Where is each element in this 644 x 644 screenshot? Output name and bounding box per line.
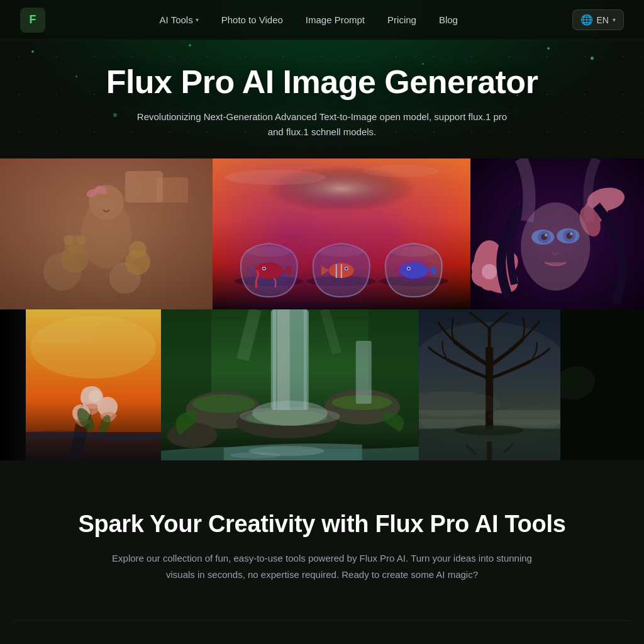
svg-point-36 — [392, 247, 436, 257]
chevron-down-icon: ▾ — [196, 16, 199, 23]
svg-rect-100 — [419, 309, 560, 460]
gallery-image-dark-right — [560, 309, 644, 460]
logo-icon: F — [20, 8, 45, 33]
svg-point-23 — [307, 276, 376, 286]
svg-point-31 — [407, 267, 411, 270]
svg-rect-71 — [26, 309, 161, 460]
gallery-image-girl-toys — [0, 158, 213, 309]
nav-item-image-prompt: Image Prompt — [297, 9, 374, 30]
nav-item-blog: Blog — [430, 9, 467, 30]
svg-point-22 — [263, 268, 265, 270]
gallery-image-fish-bowls — [213, 158, 470, 309]
nav-link-ai-tools[interactable]: AI Tools ▾ — [151, 9, 208, 30]
nav-item-photo-to-video: Photo to Video — [213, 9, 292, 30]
svg-point-34 — [247, 247, 291, 257]
gallery-image-woman-flowers — [470, 158, 644, 309]
globe-icon: 🌐 — [580, 14, 593, 26]
svg-point-12 — [64, 235, 74, 245]
hero-subtitle: Revolutionizing Next-Generation Advanced… — [121, 109, 523, 140]
svg-point-24 — [329, 263, 354, 278]
sparkle-2 — [75, 75, 77, 77]
svg-point-14 — [125, 250, 150, 275]
svg-point-13 — [76, 235, 86, 245]
gallery-image-waterfall — [161, 309, 419, 460]
svg-point-7 — [89, 185, 124, 220]
svg-rect-3 — [157, 177, 188, 203]
svg-point-20 — [255, 262, 283, 279]
svg-rect-17 — [213, 158, 470, 309]
nav-links: AI Tools ▾ Photo to Video Image Prompt P… — [151, 9, 467, 30]
svg-point-11 — [65, 235, 85, 255]
svg-point-4 — [43, 253, 81, 291]
sparkle-7 — [113, 113, 117, 117]
sparkle-8 — [547, 47, 550, 50]
svg-rect-0 — [0, 158, 213, 309]
svg-point-37 — [225, 170, 326, 185]
nav-link-blog[interactable]: Blog — [430, 9, 467, 30]
bottom-section: Spark Your Creativity with Flux Pro AI T… — [0, 460, 644, 644]
sparkle-3 — [591, 57, 594, 60]
svg-point-5 — [109, 262, 141, 294]
svg-point-9 — [94, 184, 109, 196]
svg-point-10 — [61, 245, 89, 273]
nav-right: 🌐 EN ▾ — [572, 9, 624, 30]
svg-point-8 — [86, 187, 100, 199]
svg-point-28 — [345, 268, 347, 270]
navigation: F AI Tools ▾ Photo to Video Image Prompt… — [0, 0, 644, 40]
section-subtitle: Explore our collection of fun, easy-to-u… — [102, 550, 542, 582]
gallery-row-2 — [0, 309, 644, 460]
lang-chevron-icon: ▾ — [613, 16, 616, 23]
nav-link-photo-to-video[interactable]: Photo to Video — [213, 9, 292, 30]
hero-title: Flux Pro AI Image Generator — [106, 63, 538, 101]
logo-link[interactable]: F — [20, 8, 45, 33]
svg-point-33 — [395, 258, 433, 283]
svg-point-30 — [400, 262, 428, 279]
svg-rect-2 — [125, 171, 163, 203]
svg-rect-91 — [161, 309, 419, 460]
gallery — [0, 158, 644, 460]
gallery-image-tree — [419, 309, 560, 460]
svg-point-18 — [216, 166, 467, 242]
svg-rect-16 — [0, 158, 213, 309]
nav-link-image-prompt[interactable]: Image Prompt — [297, 9, 374, 30]
nav-link-pricing[interactable]: Pricing — [379, 9, 425, 30]
gallery-image-roses — [26, 309, 161, 460]
gallery-image-dark-left — [0, 309, 26, 460]
nav-item-ai-tools: AI Tools ▾ — [151, 9, 208, 30]
svg-point-27 — [345, 267, 348, 270]
footer-divider — [13, 620, 631, 621]
section-title: Spark Your Creativity with Flux Pro AI T… — [13, 511, 631, 538]
svg-point-29 — [379, 276, 448, 286]
svg-point-15 — [129, 241, 147, 258]
svg-point-35 — [319, 247, 364, 257]
svg-point-32 — [408, 268, 409, 270]
svg-point-38 — [364, 165, 439, 177]
nav-item-pricing: Pricing — [379, 9, 425, 30]
sparkle-1 — [31, 50, 34, 53]
svg-point-6 — [81, 199, 131, 269]
gallery-row-1 — [0, 158, 644, 309]
svg-rect-57 — [470, 158, 644, 309]
svg-point-21 — [262, 267, 266, 270]
svg-point-19 — [235, 276, 304, 286]
sparkle-5 — [189, 44, 191, 47]
language-selector[interactable]: 🌐 EN ▾ — [572, 9, 624, 30]
svg-rect-1 — [0, 158, 213, 309]
svg-rect-39 — [213, 158, 470, 309]
